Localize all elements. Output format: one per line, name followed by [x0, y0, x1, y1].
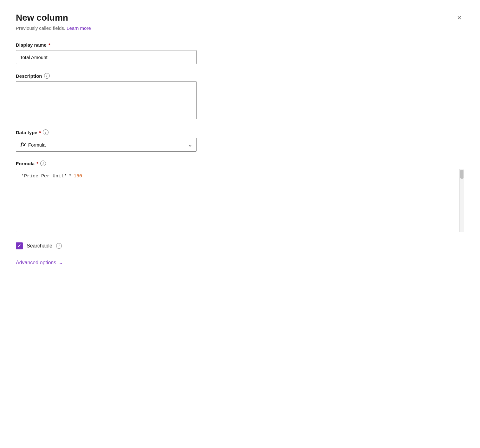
- display-name-label: Display name *: [16, 42, 464, 48]
- fx-icon: ƒx: [20, 142, 26, 148]
- data-type-value: Formula: [28, 142, 46, 148]
- data-type-select[interactable]: ƒx Formula ⌄: [16, 138, 197, 152]
- description-input[interactable]: [16, 81, 197, 119]
- formula-operator-part: *: [69, 174, 72, 179]
- data-type-required: *: [39, 130, 41, 135]
- display-name-label-text: Display name: [16, 42, 47, 48]
- subtitle-text: Previously called fields.: [16, 25, 65, 31]
- formula-scrollbar-thumb: [460, 170, 464, 179]
- checkbox-check-icon: ✓: [17, 243, 21, 248]
- display-name-section: Display name *: [16, 42, 464, 64]
- advanced-options-chevron-icon: ⌄: [59, 260, 63, 266]
- data-type-select-left: ƒx Formula: [20, 142, 46, 148]
- data-type-info-icon[interactable]: i: [43, 129, 49, 135]
- advanced-options-text: Advanced options: [16, 260, 56, 266]
- formula-string-part: 'Price Per Unit': [21, 174, 67, 179]
- panel-title: New column: [16, 13, 68, 23]
- learn-more-link[interactable]: Learn more: [67, 25, 91, 31]
- searchable-checkbox[interactable]: ✓: [16, 242, 23, 249]
- formula-scrollbar-track: [459, 169, 464, 232]
- display-name-input[interactable]: [16, 50, 197, 64]
- description-info-icon[interactable]: i: [44, 73, 50, 79]
- new-column-panel: New column × Previously called fields. L…: [0, 0, 480, 448]
- description-section: Description i: [16, 73, 464, 121]
- close-button[interactable]: ×: [455, 13, 464, 23]
- formula-input-wrapper: 'Price Per Unit' * 150: [16, 169, 464, 232]
- formula-content-line: 'Price Per Unit' * 150: [21, 174, 454, 179]
- panel-subtitle: Previously called fields. Learn more: [16, 25, 464, 31]
- searchable-section: ✓ Searchable i: [16, 242, 464, 249]
- formula-required: *: [36, 161, 38, 166]
- description-label: Description i: [16, 73, 464, 79]
- formula-info-icon[interactable]: i: [40, 161, 46, 166]
- formula-label: Formula * i: [16, 161, 464, 166]
- searchable-checkbox-wrapper: ✓ Searchable i: [16, 242, 62, 249]
- data-type-label-text: Data type: [16, 130, 37, 135]
- searchable-info-icon[interactable]: i: [56, 243, 62, 249]
- advanced-options-row[interactable]: Advanced options ⌄: [16, 260, 464, 266]
- formula-label-text: Formula: [16, 161, 35, 166]
- data-type-section: Data type * i ƒx Formula ⌄: [16, 129, 464, 152]
- searchable-label: Searchable: [27, 243, 52, 249]
- display-name-required: *: [49, 42, 50, 48]
- panel-header: New column ×: [16, 13, 464, 23]
- formula-input[interactable]: 'Price Per Unit' * 150: [16, 169, 464, 232]
- formula-section: Formula * i 'Price Per Unit' * 150: [16, 161, 464, 232]
- formula-number-part: 150: [74, 174, 82, 179]
- data-type-chevron-icon: ⌄: [188, 141, 192, 148]
- data-type-select-wrapper: ƒx Formula ⌄: [16, 138, 197, 152]
- description-label-text: Description: [16, 73, 42, 79]
- data-type-label: Data type * i: [16, 129, 464, 135]
